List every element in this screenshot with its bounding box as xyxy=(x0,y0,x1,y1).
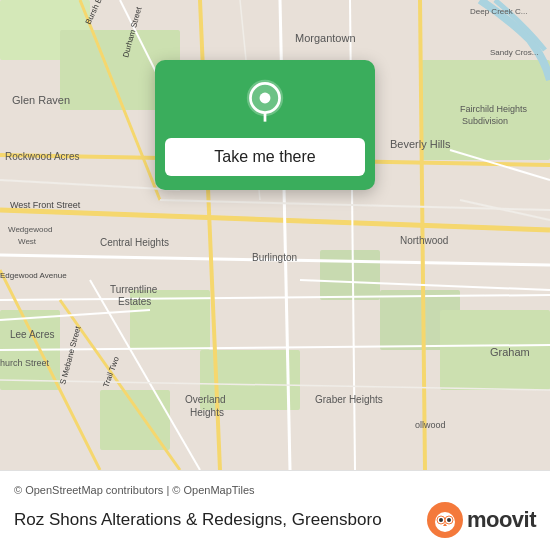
svg-text:Graber Heights: Graber Heights xyxy=(315,394,383,405)
svg-text:Deep Creek C...: Deep Creek C... xyxy=(470,7,527,16)
svg-text:Fairchild Heights: Fairchild Heights xyxy=(460,104,528,114)
svg-text:Beverly Hills: Beverly Hills xyxy=(390,138,451,150)
take-me-there-button[interactable]: Take me there xyxy=(165,138,365,176)
svg-text:Sandy Cros...: Sandy Cros... xyxy=(490,48,538,57)
location-pin-icon xyxy=(240,78,290,128)
svg-text:Morgantown: Morgantown xyxy=(295,32,356,44)
svg-text:Wedgewood: Wedgewood xyxy=(8,225,52,234)
place-name: Roz Shons Alterations & Redesigns, Green… xyxy=(14,510,382,530)
svg-point-64 xyxy=(260,93,271,104)
svg-text:Glen Raven: Glen Raven xyxy=(12,94,70,106)
svg-text:Overland: Overland xyxy=(185,394,226,405)
svg-text:ollwood: ollwood xyxy=(415,420,446,430)
svg-text:Lee Acres: Lee Acres xyxy=(10,329,54,340)
moovit-icon xyxy=(427,502,463,538)
svg-text:Heights: Heights xyxy=(190,407,224,418)
svg-text:Turrentline: Turrentline xyxy=(110,284,158,295)
map-container: Morgantown Glen Raven Beverly Hills Fair… xyxy=(0,0,550,470)
svg-text:West: West xyxy=(18,237,37,246)
svg-text:Burlington: Burlington xyxy=(252,252,297,263)
svg-text:Edgewood Avenue: Edgewood Avenue xyxy=(0,271,67,280)
svg-point-69 xyxy=(439,518,443,522)
moovit-logo: moovit xyxy=(427,502,536,538)
map-attribution: © OpenStreetMap contributors | © OpenMap… xyxy=(14,484,536,496)
svg-text:Subdivision: Subdivision xyxy=(462,116,508,126)
svg-text:Northwood: Northwood xyxy=(400,235,448,246)
svg-text:hurch Street: hurch Street xyxy=(0,358,50,368)
svg-point-70 xyxy=(447,518,451,522)
popup-overlay: Take me there xyxy=(155,60,375,190)
svg-text:Graham: Graham xyxy=(490,346,530,358)
moovit-brand-text: moovit xyxy=(467,507,536,533)
svg-text:Estates: Estates xyxy=(118,296,151,307)
svg-rect-4 xyxy=(320,250,380,300)
bottom-bar: © OpenStreetMap contributors | © OpenMap… xyxy=(0,470,550,550)
svg-text:S Side Road: S Side Road xyxy=(0,0,45,2)
svg-text:West Front Street: West Front Street xyxy=(10,200,81,210)
svg-text:Rockwood Acres: Rockwood Acres xyxy=(5,151,79,162)
svg-text:Central Heights: Central Heights xyxy=(100,237,169,248)
